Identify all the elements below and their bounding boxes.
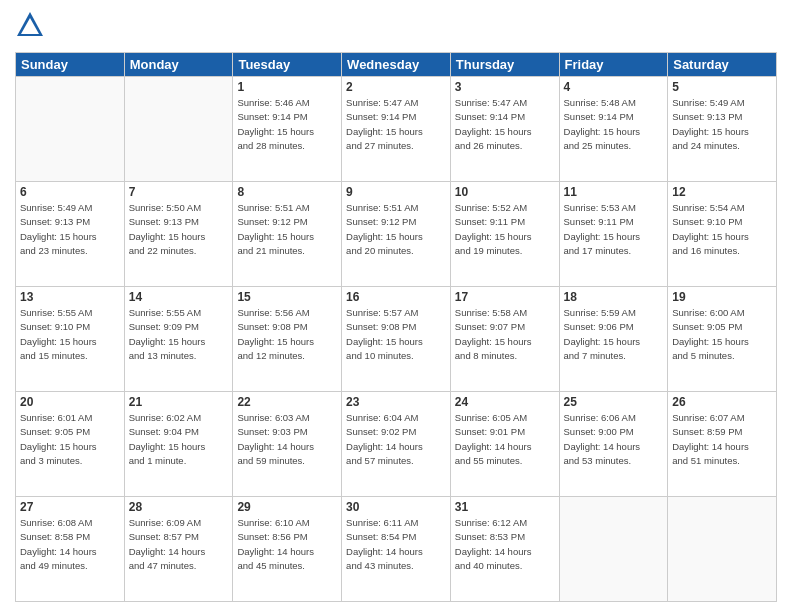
calendar-cell: 13Sunrise: 5:55 AM Sunset: 9:10 PM Dayli…: [16, 287, 125, 392]
day-number: 30: [346, 500, 446, 514]
calendar-cell: 19Sunrise: 6:00 AM Sunset: 9:05 PM Dayli…: [668, 287, 777, 392]
day-number: 13: [20, 290, 120, 304]
calendar-header-monday: Monday: [124, 53, 233, 77]
calendar-header-thursday: Thursday: [450, 53, 559, 77]
day-info: Sunrise: 6:00 AM Sunset: 9:05 PM Dayligh…: [672, 306, 772, 363]
day-info: Sunrise: 5:50 AM Sunset: 9:13 PM Dayligh…: [129, 201, 229, 258]
calendar-header-row: SundayMondayTuesdayWednesdayThursdayFrid…: [16, 53, 777, 77]
calendar-header-sunday: Sunday: [16, 53, 125, 77]
day-number: 18: [564, 290, 664, 304]
calendar-week-row-5: 27Sunrise: 6:08 AM Sunset: 8:58 PM Dayli…: [16, 497, 777, 602]
day-info: Sunrise: 6:12 AM Sunset: 8:53 PM Dayligh…: [455, 516, 555, 573]
calendar-cell: 22Sunrise: 6:03 AM Sunset: 9:03 PM Dayli…: [233, 392, 342, 497]
day-info: Sunrise: 6:09 AM Sunset: 8:57 PM Dayligh…: [129, 516, 229, 573]
day-number: 6: [20, 185, 120, 199]
day-info: Sunrise: 5:47 AM Sunset: 9:14 PM Dayligh…: [455, 96, 555, 153]
day-info: Sunrise: 5:49 AM Sunset: 9:13 PM Dayligh…: [20, 201, 120, 258]
day-number: 19: [672, 290, 772, 304]
calendar-cell: 8Sunrise: 5:51 AM Sunset: 9:12 PM Daylig…: [233, 182, 342, 287]
calendar-cell: [124, 77, 233, 182]
calendar-cell: 27Sunrise: 6:08 AM Sunset: 8:58 PM Dayli…: [16, 497, 125, 602]
calendar-cell: [559, 497, 668, 602]
calendar-header-friday: Friday: [559, 53, 668, 77]
day-info: Sunrise: 5:53 AM Sunset: 9:11 PM Dayligh…: [564, 201, 664, 258]
day-number: 22: [237, 395, 337, 409]
day-number: 23: [346, 395, 446, 409]
day-number: 17: [455, 290, 555, 304]
calendar-cell: 21Sunrise: 6:02 AM Sunset: 9:04 PM Dayli…: [124, 392, 233, 497]
day-number: 10: [455, 185, 555, 199]
day-info: Sunrise: 5:55 AM Sunset: 9:10 PM Dayligh…: [20, 306, 120, 363]
calendar: SundayMondayTuesdayWednesdayThursdayFrid…: [15, 52, 777, 602]
calendar-cell: 5Sunrise: 5:49 AM Sunset: 9:13 PM Daylig…: [668, 77, 777, 182]
logo: [15, 10, 49, 44]
day-info: Sunrise: 5:48 AM Sunset: 9:14 PM Dayligh…: [564, 96, 664, 153]
page: SundayMondayTuesdayWednesdayThursdayFrid…: [0, 0, 792, 612]
day-number: 26: [672, 395, 772, 409]
day-info: Sunrise: 5:59 AM Sunset: 9:06 PM Dayligh…: [564, 306, 664, 363]
calendar-cell: 9Sunrise: 5:51 AM Sunset: 9:12 PM Daylig…: [342, 182, 451, 287]
calendar-week-row-1: 1Sunrise: 5:46 AM Sunset: 9:14 PM Daylig…: [16, 77, 777, 182]
calendar-cell: 15Sunrise: 5:56 AM Sunset: 9:08 PM Dayli…: [233, 287, 342, 392]
day-number: 24: [455, 395, 555, 409]
day-number: 2: [346, 80, 446, 94]
calendar-cell: [16, 77, 125, 182]
day-number: 9: [346, 185, 446, 199]
day-info: Sunrise: 5:52 AM Sunset: 9:11 PM Dayligh…: [455, 201, 555, 258]
day-number: 4: [564, 80, 664, 94]
calendar-cell: 26Sunrise: 6:07 AM Sunset: 8:59 PM Dayli…: [668, 392, 777, 497]
calendar-week-row-3: 13Sunrise: 5:55 AM Sunset: 9:10 PM Dayli…: [16, 287, 777, 392]
calendar-cell: 28Sunrise: 6:09 AM Sunset: 8:57 PM Dayli…: [124, 497, 233, 602]
day-info: Sunrise: 6:10 AM Sunset: 8:56 PM Dayligh…: [237, 516, 337, 573]
day-info: Sunrise: 6:05 AM Sunset: 9:01 PM Dayligh…: [455, 411, 555, 468]
day-info: Sunrise: 5:55 AM Sunset: 9:09 PM Dayligh…: [129, 306, 229, 363]
calendar-cell: 2Sunrise: 5:47 AM Sunset: 9:14 PM Daylig…: [342, 77, 451, 182]
day-info: Sunrise: 6:07 AM Sunset: 8:59 PM Dayligh…: [672, 411, 772, 468]
day-number: 29: [237, 500, 337, 514]
calendar-cell: 31Sunrise: 6:12 AM Sunset: 8:53 PM Dayli…: [450, 497, 559, 602]
calendar-cell: 10Sunrise: 5:52 AM Sunset: 9:11 PM Dayli…: [450, 182, 559, 287]
calendar-cell: 3Sunrise: 5:47 AM Sunset: 9:14 PM Daylig…: [450, 77, 559, 182]
calendar-cell: 18Sunrise: 5:59 AM Sunset: 9:06 PM Dayli…: [559, 287, 668, 392]
day-info: Sunrise: 6:04 AM Sunset: 9:02 PM Dayligh…: [346, 411, 446, 468]
day-number: 5: [672, 80, 772, 94]
day-info: Sunrise: 5:46 AM Sunset: 9:14 PM Dayligh…: [237, 96, 337, 153]
day-info: Sunrise: 5:54 AM Sunset: 9:10 PM Dayligh…: [672, 201, 772, 258]
logo-icon: [15, 10, 45, 40]
day-info: Sunrise: 5:57 AM Sunset: 9:08 PM Dayligh…: [346, 306, 446, 363]
day-number: 20: [20, 395, 120, 409]
header: [15, 10, 777, 44]
day-number: 7: [129, 185, 229, 199]
calendar-header-saturday: Saturday: [668, 53, 777, 77]
calendar-cell: 30Sunrise: 6:11 AM Sunset: 8:54 PM Dayli…: [342, 497, 451, 602]
calendar-week-row-2: 6Sunrise: 5:49 AM Sunset: 9:13 PM Daylig…: [16, 182, 777, 287]
calendar-cell: 7Sunrise: 5:50 AM Sunset: 9:13 PM Daylig…: [124, 182, 233, 287]
day-info: Sunrise: 5:51 AM Sunset: 9:12 PM Dayligh…: [346, 201, 446, 258]
day-info: Sunrise: 6:03 AM Sunset: 9:03 PM Dayligh…: [237, 411, 337, 468]
calendar-cell: 16Sunrise: 5:57 AM Sunset: 9:08 PM Dayli…: [342, 287, 451, 392]
day-info: Sunrise: 5:56 AM Sunset: 9:08 PM Dayligh…: [237, 306, 337, 363]
day-number: 25: [564, 395, 664, 409]
calendar-cell: 29Sunrise: 6:10 AM Sunset: 8:56 PM Dayli…: [233, 497, 342, 602]
calendar-cell: 1Sunrise: 5:46 AM Sunset: 9:14 PM Daylig…: [233, 77, 342, 182]
day-number: 8: [237, 185, 337, 199]
day-info: Sunrise: 6:02 AM Sunset: 9:04 PM Dayligh…: [129, 411, 229, 468]
calendar-cell: 17Sunrise: 5:58 AM Sunset: 9:07 PM Dayli…: [450, 287, 559, 392]
day-number: 11: [564, 185, 664, 199]
calendar-cell: 25Sunrise: 6:06 AM Sunset: 9:00 PM Dayli…: [559, 392, 668, 497]
day-info: Sunrise: 6:11 AM Sunset: 8:54 PM Dayligh…: [346, 516, 446, 573]
day-number: 12: [672, 185, 772, 199]
calendar-header-wednesday: Wednesday: [342, 53, 451, 77]
day-info: Sunrise: 6:01 AM Sunset: 9:05 PM Dayligh…: [20, 411, 120, 468]
day-info: Sunrise: 6:08 AM Sunset: 8:58 PM Dayligh…: [20, 516, 120, 573]
day-number: 27: [20, 500, 120, 514]
calendar-header-tuesday: Tuesday: [233, 53, 342, 77]
calendar-cell: 24Sunrise: 6:05 AM Sunset: 9:01 PM Dayli…: [450, 392, 559, 497]
day-info: Sunrise: 5:49 AM Sunset: 9:13 PM Dayligh…: [672, 96, 772, 153]
day-info: Sunrise: 5:47 AM Sunset: 9:14 PM Dayligh…: [346, 96, 446, 153]
calendar-cell: 20Sunrise: 6:01 AM Sunset: 9:05 PM Dayli…: [16, 392, 125, 497]
calendar-cell: 23Sunrise: 6:04 AM Sunset: 9:02 PM Dayli…: [342, 392, 451, 497]
day-number: 15: [237, 290, 337, 304]
calendar-cell: [668, 497, 777, 602]
day-number: 28: [129, 500, 229, 514]
